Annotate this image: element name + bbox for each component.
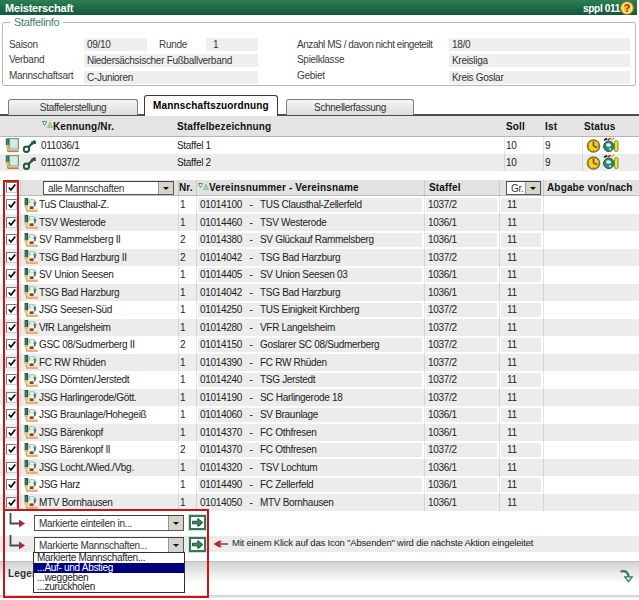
svg-text:?: ? (624, 2, 630, 14)
